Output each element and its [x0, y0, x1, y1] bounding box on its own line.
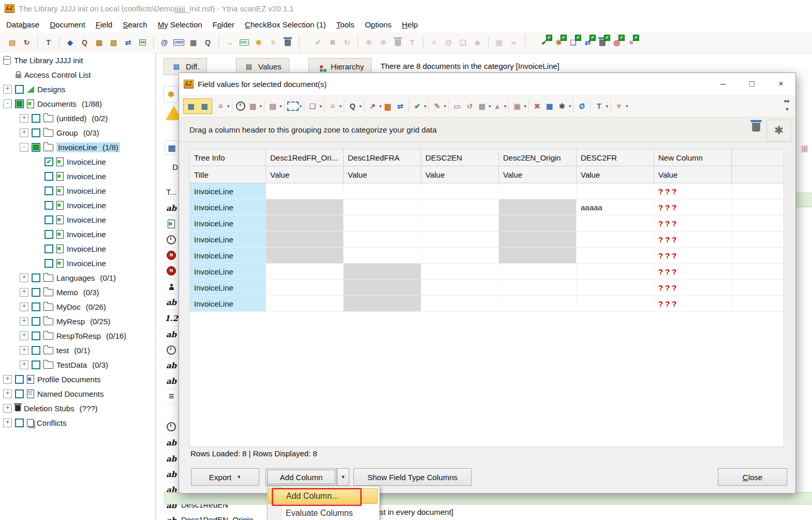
grid-row[interactable]: InvoiceLineaaaaa??? — [190, 199, 784, 215]
value-cell[interactable] — [344, 296, 421, 311]
tree-checkbox[interactable] — [32, 288, 40, 297]
tree-checkbox[interactable] — [32, 302, 40, 311]
tree-checkbox[interactable] — [15, 99, 24, 108]
value-cell[interactable] — [577, 264, 654, 279]
tree-checkbox[interactable] — [32, 114, 40, 123]
expand-icon[interactable]: + — [3, 375, 12, 384]
column-visibility-icon[interactable]: ▤ — [267, 100, 279, 112]
add-column-button[interactable]: Add Column — [265, 468, 337, 486]
expand-icon[interactable]: + — [20, 317, 28, 326]
column-subheader[interactable]: Value — [577, 166, 654, 183]
value-cell[interactable] — [344, 232, 421, 247]
value-cell[interactable] — [344, 183, 421, 199]
tree-item-access-control-list[interactable]: Access Control List — [0, 67, 153, 82]
tree-checkbox[interactable] — [32, 360, 40, 369]
export-document-icon[interactable]: → — [223, 36, 236, 49]
dialog-title-bar[interactable]: EZ Field values for selected document(s)… — [179, 73, 795, 95]
copy-to-db-icon[interactable]: ⇄ — [122, 36, 135, 49]
value-cell[interactable] — [421, 264, 499, 279]
value-cell[interactable] — [266, 280, 344, 295]
tree-item-conflicts[interactable]: +Conflicts — [0, 415, 153, 430]
tree-checkbox[interactable] — [32, 331, 40, 340]
expand-icon[interactable]: + — [20, 360, 28, 369]
value-cell[interactable] — [421, 183, 499, 199]
tree-checkbox[interactable] — [45, 172, 53, 181]
grid-row[interactable]: InvoiceLine??? — [190, 232, 784, 248]
tree-item-memo[interactable]: +Memo(0/3) — [0, 285, 153, 299]
zoom-document-icon[interactable]: Q — [201, 36, 214, 49]
checkbox-check-icon[interactable]: ✔✔ — [538, 36, 551, 49]
expand-icon[interactable]: + — [20, 288, 28, 297]
menu-item-field[interactable]: Field — [91, 18, 118, 31]
value-cell[interactable] — [266, 296, 344, 311]
new-document-icon[interactable]: ✱ — [252, 36, 265, 49]
tree-checkbox[interactable] — [15, 375, 24, 384]
column-subheader[interactable]: Value — [266, 166, 344, 183]
column-header-desc2fr[interactable]: DESC2FR — [577, 149, 654, 166]
value-cell[interactable] — [266, 248, 344, 263]
value-cell[interactable] — [577, 215, 654, 231]
column-header-tree-info[interactable]: Tree Info — [190, 149, 266, 166]
at-formula-search-icon[interactable]: @ — [158, 36, 171, 49]
list-doc-checked-icon[interactable]: ≡✔ — [625, 36, 638, 49]
value-cell[interactable] — [499, 264, 577, 279]
value-cell[interactable] — [499, 248, 577, 263]
deselect-x-icon[interactable]: ✖ — [326, 36, 339, 49]
collapse-icon[interactable]: - — [3, 99, 12, 108]
tree-checkbox[interactable] — [15, 418, 24, 427]
selection-mode-icon[interactable] — [287, 100, 299, 112]
search-icon[interactable]: Q — [346, 100, 359, 112]
tree-item-invoiceline[interactable]: InvoiceLine — [0, 183, 153, 198]
row-title-cell[interactable]: InvoiceLine — [190, 296, 266, 311]
expand-icon[interactable]: + — [20, 302, 28, 311]
value-cell[interactable] — [266, 232, 344, 247]
value-cell[interactable] — [577, 248, 654, 263]
value-cell[interactable] — [344, 199, 421, 215]
value-cell[interactable] — [421, 280, 499, 295]
value-cell[interactable] — [344, 280, 421, 295]
expand-icon[interactable]: + — [20, 331, 28, 340]
paste-append-icon[interactable]: ≡ — [327, 100, 339, 112]
expand-icon[interactable]: + — [3, 404, 12, 413]
new-column-cell[interactable]: ??? — [654, 199, 732, 215]
tree-item-mydoc[interactable]: +MyDoc(0/26) — [0, 299, 153, 314]
unid-search-icon[interactable]: UNID — [172, 36, 185, 49]
value-cell[interactable] — [577, 296, 654, 311]
minimize-button[interactable]: – — [708, 73, 737, 95]
grouping-zone[interactable]: Drag a column header to this grouping zo… — [179, 118, 795, 142]
column-header-desc1redfra[interactable]: Desc1RedFRA — [344, 149, 421, 166]
tree-item-test[interactable]: +test(0/1) — [0, 343, 153, 357]
text-column-icon[interactable]: T — [593, 100, 605, 112]
mail-list-icon[interactable]: ≡ — [427, 36, 440, 49]
show-field-type-columns-button[interactable]: Show Field Type Columns — [353, 468, 471, 486]
row-title-cell[interactable]: InvoiceLine — [190, 280, 266, 295]
grid-row[interactable]: InvoiceLine??? — [190, 296, 784, 312]
row-title-cell[interactable]: InvoiceLine — [190, 232, 266, 247]
tree-item-profile-documents[interactable]: +Profile Documents — [0, 372, 153, 386]
expand-icon[interactable]: + — [3, 85, 12, 94]
form-window-icon[interactable]: ▦ — [187, 36, 200, 49]
column-subheader[interactable]: Value — [654, 166, 732, 183]
collapse-icon[interactable]: - — [20, 143, 28, 152]
value-cell[interactable] — [266, 264, 344, 279]
column-subheader[interactable]: Value — [499, 166, 577, 183]
trash-checked-icon[interactable]: ✔ — [596, 36, 609, 49]
value-cell[interactable] — [499, 280, 577, 295]
value-cell[interactable] — [266, 215, 344, 231]
tree-item-testdata[interactable]: +TestData(0/3) — [0, 357, 153, 372]
remove-x-icon[interactable]: ✖ — [531, 100, 543, 112]
row-title-cell[interactable]: InvoiceLine — [190, 248, 266, 263]
clipboard-search-icon[interactable]: Q — [78, 36, 91, 49]
tree-item-invoiceline[interactable]: InvoiceLine — [0, 198, 153, 212]
menu-item-checkbox-selection-1-[interactable]: CheckBox Selection (1) — [240, 18, 331, 31]
menu-item-folder[interactable]: Folder — [208, 18, 240, 31]
expand-icon[interactable]: + — [20, 128, 28, 137]
copy-icon[interactable]: ❏ — [306, 100, 319, 112]
value-cell[interactable] — [499, 296, 577, 311]
value-cell[interactable]: aaaaa — [577, 199, 654, 215]
tree-checkbox[interactable] — [15, 85, 24, 94]
close-button[interactable]: Close — [718, 468, 787, 486]
text-properties-icon[interactable]: T — [42, 36, 55, 49]
expand-icon[interactable]: + — [3, 389, 12, 398]
export-icon[interactable]: ↗ — [366, 100, 379, 112]
